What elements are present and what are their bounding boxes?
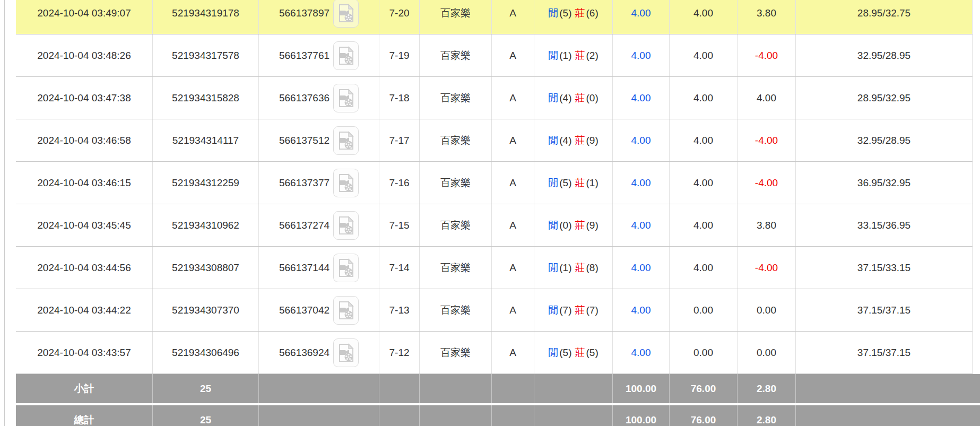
game-result: 閒(7) 莊(7): [534, 289, 613, 331]
bet-amount-link[interactable]: 4.00: [631, 7, 651, 19]
game-id: 566137274: [279, 220, 329, 231]
bet-id: 521934306496: [153, 332, 259, 373]
valid-bet-amount: 4.00: [670, 34, 738, 76]
player-score: (1): [559, 262, 571, 274]
video-file-icon: [338, 301, 354, 320]
balance-before-after: 32.95/28.95: [796, 119, 973, 161]
game-result: 閒(1) 莊(2): [534, 34, 613, 76]
video-replay-button[interactable]: [333, 338, 359, 367]
video-file-icon: [338, 343, 354, 362]
video-replay-button[interactable]: [333, 84, 359, 112]
bet-amount-link[interactable]: 4.00: [631, 50, 651, 62]
summary-empty-cell: [796, 374, 980, 403]
shoe-round: 7-17: [379, 119, 420, 161]
video-replay-button[interactable]: [333, 296, 359, 325]
bet-time: 2024-10-04 03:47:38: [16, 77, 153, 119]
video-replay-button[interactable]: [333, 126, 359, 155]
banker-score: (1): [586, 177, 599, 189]
bet-amount-link[interactable]: 4.00: [631, 92, 651, 104]
summary-bet-total: 100.00: [613, 374, 670, 403]
player-label: 閒: [548, 134, 558, 147]
banker-label: 莊: [575, 176, 585, 190]
banker-label: 莊: [575, 261, 585, 275]
balance-before-after: 37.15/37.15: [796, 332, 973, 373]
valid-bet-amount: 0.00: [670, 332, 738, 373]
summary-empty-cell: [534, 405, 613, 426]
bet-amount-link[interactable]: 4.00: [631, 347, 651, 359]
win-loss-amount: 3.80: [738, 0, 796, 34]
banker-score: (6): [586, 7, 599, 19]
win-loss-amount: 0.00: [738, 289, 796, 331]
bet-amount-link[interactable]: 4.00: [631, 135, 651, 146]
bet-id: 521934310962: [153, 204, 259, 246]
table-code: A: [492, 162, 534, 204]
banker-label: 莊: [575, 303, 585, 317]
player-label: 閒: [548, 91, 558, 105]
game-cell: 566136924: [259, 332, 379, 373]
bet-amount-link[interactable]: 4.00: [631, 262, 651, 274]
game-result: 閒(5) 莊(5): [534, 332, 613, 373]
bet-history-table: 2024-10-04 03:49:07 521934319178 5661378…: [16, 0, 980, 426]
win-loss-amount: 3.80: [738, 204, 796, 246]
video-replay-button[interactable]: [333, 0, 359, 28]
bet-time: 2024-10-04 03:46:15: [16, 162, 153, 204]
summary-valid-total: 76.00: [670, 374, 738, 403]
video-replay-button[interactable]: [333, 211, 359, 240]
bet-time: 2024-10-04 03:44:56: [16, 247, 153, 289]
table-code: A: [492, 119, 534, 161]
table-row: 2024-10-04 03:46:58 521934314117 5661375…: [16, 119, 973, 162]
balance-before-after: 32.95/28.95: [796, 34, 973, 76]
summary-win-total: 2.80: [738, 405, 796, 426]
game-cell: 566137636: [259, 77, 379, 119]
table-row: 2024-10-04 03:44:22 521934307370 5661370…: [16, 289, 973, 332]
bet-id: 521934317578: [153, 34, 259, 76]
banker-score: (2): [586, 50, 599, 62]
banker-label: 莊: [575, 346, 585, 360]
summary-row: 總計 25 100.00 76.00 2.80: [16, 405, 980, 426]
game-type: 百家樂: [420, 162, 492, 204]
video-replay-button[interactable]: [333, 254, 359, 282]
banker-label: 莊: [575, 134, 585, 147]
player-score: (5): [559, 7, 571, 19]
win-loss-amount: -4.00: [738, 34, 796, 76]
game-type: 百家樂: [420, 332, 492, 373]
bet-time: 2024-10-04 03:46:58: [16, 119, 153, 161]
table-row: 2024-10-04 03:49:07 521934319178 5661378…: [16, 0, 973, 34]
win-loss-amount: -4.00: [738, 162, 796, 204]
summary-bet-total: 100.00: [613, 405, 670, 426]
table-code: A: [492, 289, 534, 331]
summary-label: 小計: [16, 374, 153, 403]
summary-win-total: 2.80: [738, 374, 796, 403]
player-score: (4): [559, 92, 571, 104]
game-cell: 566137042: [259, 289, 379, 331]
table-row: 2024-10-04 03:44:56 521934308807 5661371…: [16, 247, 973, 289]
bet-amount-link[interactable]: 4.00: [631, 305, 651, 316]
game-result: 閒(4) 莊(9): [534, 119, 613, 161]
bet-amount-link[interactable]: 4.00: [631, 177, 651, 189]
bet-time: 2024-10-04 03:43:57: [16, 332, 153, 373]
summary-empty-cell: [420, 374, 492, 403]
valid-bet-amount: 4.00: [670, 162, 738, 204]
valid-bet-amount: 0.00: [670, 289, 738, 331]
video-replay-button[interactable]: [333, 41, 359, 70]
video-replay-button[interactable]: [333, 169, 359, 197]
video-file-icon: [338, 131, 354, 150]
summary-empty-cell: [492, 374, 534, 403]
table-summary-container: 小計 25 100.00 76.00 2.80 總計 25 100.00 76.…: [16, 374, 980, 426]
game-cell: 566137274: [259, 204, 379, 246]
table-code: A: [492, 204, 534, 246]
game-id: 566137377: [279, 177, 329, 189]
bet-id: 521934315828: [153, 77, 259, 119]
player-label: 閒: [548, 261, 558, 275]
game-cell: 566137897: [259, 0, 379, 34]
shoe-round: 7-13: [379, 289, 420, 331]
bet-amount-link[interactable]: 4.00: [631, 220, 651, 231]
bet-time: 2024-10-04 03:49:07: [16, 0, 153, 34]
game-type: 百家樂: [420, 289, 492, 331]
table-row: 2024-10-04 03:47:38 521934315828 5661376…: [16, 77, 973, 119]
panel-left-border: [4, 0, 5, 426]
game-type: 百家樂: [420, 77, 492, 119]
game-id: 566137761: [279, 50, 329, 62]
balance-before-after: 37.15/37.15: [796, 289, 973, 331]
summary-empty-cell: [534, 374, 613, 403]
